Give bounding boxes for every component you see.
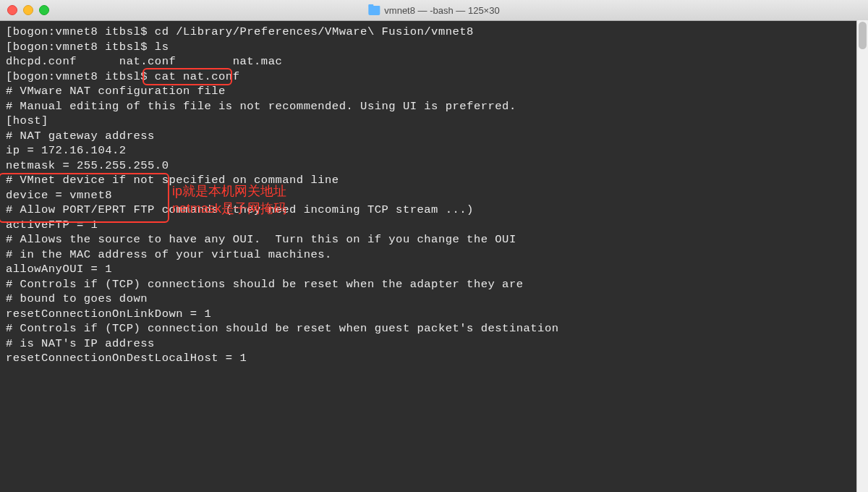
file-line: # in the MAC address of your virtual mac…	[6, 247, 862, 263]
terminal-output[interactable]: [bogon:vmnet8 itbsl$ cd /Library/Prefere…	[0, 21, 868, 492]
file-line: # NAT gateway address	[6, 129, 862, 144]
scrollbar-thumb[interactable]	[859, 22, 867, 49]
file-line: ip = 172.16.104.2	[6, 143, 862, 158]
command-cd: cd /Library/Preferences/VMware\ Fusion/v…	[155, 25, 474, 38]
prompt: [bogon:vmnet8 itbsl$	[6, 25, 155, 38]
file-line: resetConnectionOnLinkDown = 1	[6, 307, 862, 322]
file-line: # Manual editing of this file is not rec…	[6, 99, 862, 114]
folder-icon	[368, 6, 380, 15]
file-line: # Controls if (TCP) connections should b…	[6, 277, 862, 292]
file-line: # VMware NAT configuration file	[6, 84, 862, 99]
window-title: vmnet8 — -bash — 125×30	[368, 5, 499, 16]
window-controls	[7, 5, 49, 15]
close-button[interactable]	[7, 5, 17, 15]
file-line: allowAnyOUI = 1	[6, 262, 862, 277]
ls-output: dhcpd.conf nat.conf nat.mac	[6, 54, 862, 69]
file-line: # is NAT's IP address	[6, 336, 862, 352]
file-line: resetConnectionOnDestLocalHost = 1	[6, 351, 862, 366]
file-line: # VMnet device if not specified on comma…	[6, 173, 862, 188]
title-text: vmnet8 — -bash — 125×30	[384, 5, 499, 16]
file-line: device = vmnet8	[6, 188, 862, 203]
file-line: # Allows the source to have any OUI. Tur…	[6, 232, 862, 247]
prompt: [bogon:vmnet8 itbsl$	[6, 41, 155, 54]
file-line: [host]	[6, 114, 862, 129]
file-line: # bound to goes down	[6, 292, 862, 307]
file-line: # Allow PORT/EPRT FTP commands (they nee…	[6, 203, 862, 218]
annotation-ip: ip就是本机网关地址	[172, 184, 286, 199]
prompt: [bogon:vmnet8 itbsl$	[6, 70, 155, 83]
file-line: activeFTP = 1	[6, 218, 862, 233]
annotation-netmask: netmask是子网掩码	[172, 201, 286, 216]
file-line: # Controls if (TCP) connection should be…	[6, 321, 862, 336]
command-cat: cat nat.conf	[155, 70, 240, 83]
titlebar: vmnet8 — -bash — 125×30	[0, 0, 868, 21]
scrollbar[interactable]	[856, 20, 868, 492]
maximize-button[interactable]	[39, 5, 49, 15]
command-ls: ls	[155, 41, 169, 54]
file-line: netmask = 255.255.255.0	[6, 158, 862, 174]
minimize-button[interactable]	[23, 5, 33, 15]
